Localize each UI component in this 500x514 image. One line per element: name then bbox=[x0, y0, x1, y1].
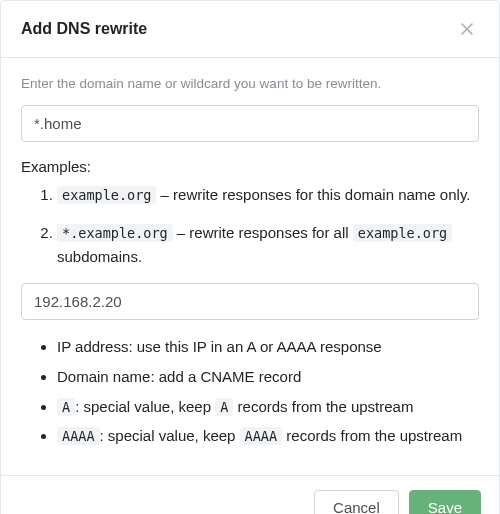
example-text: – rewrite responses for all bbox=[173, 224, 353, 241]
note-code: A bbox=[215, 398, 233, 416]
note-text: records from the upstream bbox=[282, 427, 462, 444]
example-code: *.example.org bbox=[57, 224, 173, 242]
save-button[interactable]: Save bbox=[409, 490, 481, 514]
modal-body: Enter the domain name or wildcard you wa… bbox=[1, 58, 499, 475]
example-code: example.org bbox=[57, 186, 156, 204]
note-text: : special value, keep bbox=[75, 398, 215, 415]
example-text: subdomains. bbox=[57, 248, 142, 265]
modal-title: Add DNS rewrite bbox=[21, 20, 147, 38]
example-item: example.org – rewrite responses for this… bbox=[57, 183, 479, 207]
close-button[interactable] bbox=[455, 17, 479, 41]
note-code: AAAA bbox=[57, 427, 100, 445]
notes-list: IP address: use this IP in an A or AAAA … bbox=[21, 336, 479, 447]
note-item: A: special value, keep A records from th… bbox=[57, 396, 479, 418]
intro-text: Enter the domain name or wildcard you wa… bbox=[21, 76, 479, 91]
note-item: AAAA: special value, keep AAAA records f… bbox=[57, 425, 479, 447]
note-item: Domain name: add a CNAME record bbox=[57, 366, 479, 388]
note-code: AAAA bbox=[240, 427, 283, 445]
example-text: – rewrite responses for this domain name… bbox=[156, 186, 470, 203]
domain-input[interactable] bbox=[21, 105, 479, 142]
modal-footer: Cancel Save bbox=[1, 475, 499, 514]
example-item: *.example.org – rewrite responses for al… bbox=[57, 221, 479, 269]
note-text: records from the upstream bbox=[233, 398, 413, 415]
dns-rewrite-modal: Add DNS rewrite Enter the domain name or… bbox=[0, 0, 500, 514]
note-text: : special value, keep bbox=[100, 427, 240, 444]
examples-label: Examples: bbox=[21, 158, 479, 175]
cancel-button[interactable]: Cancel bbox=[314, 490, 399, 514]
close-icon bbox=[459, 21, 475, 37]
note-code: A bbox=[57, 398, 75, 416]
example-code: example.org bbox=[353, 224, 452, 242]
answer-input[interactable] bbox=[21, 283, 479, 320]
note-item: IP address: use this IP in an A or AAAA … bbox=[57, 336, 479, 358]
examples-list: example.org – rewrite responses for this… bbox=[21, 183, 479, 269]
modal-header: Add DNS rewrite bbox=[1, 1, 499, 58]
